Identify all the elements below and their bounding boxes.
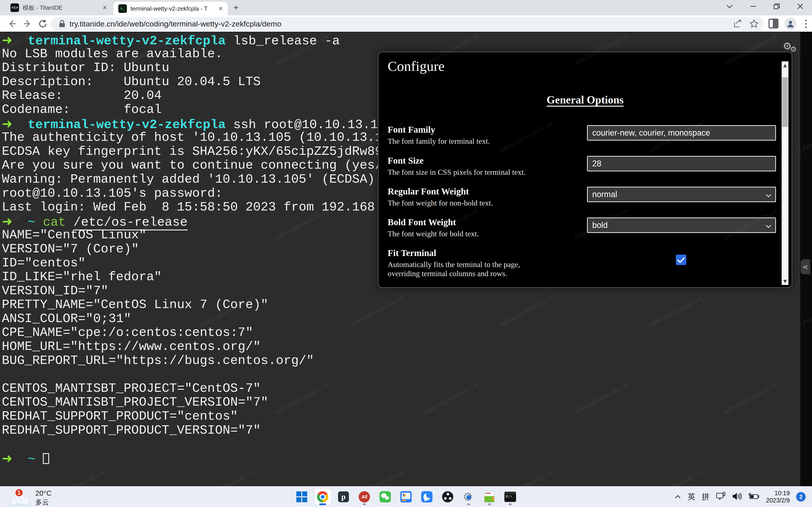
forward-arrow-icon[interactable] bbox=[22, 18, 33, 30]
temperature: 20°C bbox=[35, 489, 52, 498]
terminal-line: Last login: Wed Feb 8 15:58:50 2023 from… bbox=[2, 200, 393, 214]
wechat-icon[interactable] bbox=[379, 488, 391, 506]
terminal-line: The authenticity of host '10.10.13.105 (… bbox=[2, 130, 393, 145]
watermark-text: admin@titanide.cn bbox=[348, 468, 405, 486]
terminal-cursor bbox=[43, 453, 49, 464]
terminal-line: Codename: focal bbox=[2, 103, 393, 117]
bold-font-weight-select[interactable]: bold bbox=[587, 218, 776, 233]
font-size-input[interactable] bbox=[587, 156, 776, 171]
battery-charging-icon[interactable] bbox=[748, 492, 760, 502]
field-description: The font weight for non-bold text. bbox=[388, 199, 582, 208]
back-arrow-icon[interactable] bbox=[6, 18, 18, 30]
taskbar-app-row: p All ⚙ C:\_ bbox=[296, 487, 516, 507]
terminal-line: REDHAT_SUPPORT_PRODUCT_VERSION="7" bbox=[2, 424, 393, 438]
scrollbar-thumb[interactable] bbox=[782, 77, 788, 127]
reload-icon[interactable] bbox=[37, 18, 48, 30]
terminal-line: ➜ ~ cat /etc/os-release bbox=[2, 214, 393, 228]
terminal-line: Warning: Permanently added '10.10.13.105… bbox=[2, 172, 393, 186]
watermark-text: admin@titanide.cn bbox=[572, 381, 629, 415]
close-tab-icon[interactable]: ✕ bbox=[101, 4, 109, 11]
obs-studio-icon[interactable] bbox=[442, 488, 454, 506]
dialog-scrollbar[interactable]: ▲ ▼ bbox=[782, 61, 789, 285]
ime-language-indicator[interactable]: 英 bbox=[688, 492, 695, 502]
all-red-app-icon[interactable]: All bbox=[358, 488, 370, 506]
field-description: Automatically fits the terminal to the p… bbox=[388, 260, 582, 278]
windows-taskbar: 1 20°C 多云 p All ⚙ bbox=[0, 486, 812, 507]
restore-button[interactable] bbox=[765, 0, 789, 13]
clock[interactable]: 10:19 2023/2/9 bbox=[766, 490, 790, 504]
terminal-line: Are you sure you want to continue connec… bbox=[2, 159, 393, 172]
tab-strip: <t> 模板 - TitanIDE ✕ >_ terminal-wetty-v2… bbox=[0, 0, 812, 15]
weather-widget[interactable]: 1 20°C 多云 bbox=[10, 487, 69, 506]
font-family-input[interactable] bbox=[587, 125, 776, 140]
watermark-text: admin@titanide.cn bbox=[498, 293, 554, 328]
watermark-text: admin@titanide.cn bbox=[199, 468, 255, 486]
minimize-button[interactable] bbox=[741, 0, 765, 13]
ime-pinyin-indicator[interactable]: 拼 bbox=[702, 492, 709, 502]
watermark-text: admin@titanide.cn bbox=[647, 468, 704, 486]
scroll-down-icon[interactable]: ▼ bbox=[782, 277, 789, 285]
field-font-family: Font Family The font family for terminal… bbox=[388, 124, 582, 146]
terminal-line: root@10.10.13.105's password: bbox=[2, 186, 393, 201]
terminal-line: Release: 20.04 bbox=[2, 89, 393, 103]
chrome-icon[interactable] bbox=[317, 488, 328, 506]
windows-start-icon[interactable] bbox=[296, 488, 308, 506]
monitor-network-icon[interactable] bbox=[716, 492, 726, 502]
terminal-line: No LSB modules are available. bbox=[2, 47, 393, 61]
side-panel-icon[interactable] bbox=[768, 18, 779, 29]
command-terminal-icon[interactable]: C:\_ bbox=[504, 488, 516, 506]
tab-search-chevron-icon[interactable] bbox=[718, 0, 741, 13]
watermark-text: admin@titanide.cn bbox=[498, 468, 554, 486]
field-label: Font Family bbox=[388, 124, 582, 135]
terminal-page: ➜ terminal-wetty-v2-zekfcpla lsb_release… bbox=[0, 32, 812, 486]
notepad-plus-icon[interactable] bbox=[484, 488, 495, 506]
system-tray: 英 拼 10:19 2023/2/9 2 bbox=[675, 487, 806, 507]
watermark-text: admin@titanide.cn bbox=[722, 381, 778, 415]
bookmark-star-icon[interactable] bbox=[748, 18, 760, 30]
field-label: Fit Terminal bbox=[388, 247, 582, 258]
lock-icon bbox=[59, 20, 65, 28]
address-bar[interactable]: try.titanide.cn/ide/web/coding/terminal-… bbox=[51, 17, 764, 30]
control-panel-app-icon[interactable] bbox=[400, 488, 412, 506]
field-font-size: Font Size The font size in CSS pixels fo… bbox=[388, 155, 582, 177]
terminal-line: ECDSA key fingerprint is SHA256:yKX/65ci… bbox=[2, 145, 393, 159]
url-text: try.titanide.cn/ide/web/coding/terminal-… bbox=[69, 19, 731, 28]
terminal-line: VERSION="7 (Core)" bbox=[2, 242, 393, 256]
terminal-line: ➜ terminal-wetty-v2-zekfcpla ssh root@10… bbox=[2, 117, 393, 131]
field-label: Font Size bbox=[388, 155, 582, 166]
collapsed-side-panel bbox=[800, 32, 812, 486]
share-icon[interactable] bbox=[731, 18, 744, 30]
close-tab-icon[interactable]: ✕ bbox=[217, 5, 224, 12]
field-regular-font-weight: Regular Font Weight The font weight for … bbox=[388, 186, 582, 208]
speaker-volume-icon[interactable] bbox=[732, 492, 742, 502]
p-dark-app-icon[interactable]: p bbox=[338, 488, 349, 506]
chevron-up-icon[interactable] bbox=[675, 494, 681, 500]
dialog-title: Configure bbox=[388, 58, 445, 74]
watermark-text: admin@titanide.cn bbox=[647, 293, 704, 328]
field-description: The font weight for bold text. bbox=[388, 229, 582, 238]
terminal-green-icon: >_ bbox=[118, 4, 127, 13]
terminal-line: Description: Ubuntu 20.04.5 LTS bbox=[2, 75, 393, 89]
settings-gear-icon[interactable]: ⚙ bbox=[463, 488, 474, 506]
gear-pair-icon[interactable]: ⚙⚙ bbox=[783, 40, 798, 52]
terminal-line: NAME="CentOS Linux" bbox=[2, 228, 393, 242]
tab-title: terminal-wetty-v2-zekfcpla - T bbox=[131, 5, 214, 12]
tab-terminal-wetty[interactable]: >_ terminal-wetty-v2-zekfcpla - T ✕ bbox=[113, 2, 228, 15]
tab-titanide-template[interactable]: <t> 模板 - TitanIDE ✕ bbox=[5, 0, 112, 15]
field-description: The font size in CSS pixels for terminal… bbox=[388, 168, 582, 177]
profile-avatar[interactable] bbox=[784, 18, 797, 30]
fit-terminal-checkbox[interactable] bbox=[676, 255, 686, 265]
terminal-line: ID_LIKE="rhel fedora" bbox=[2, 270, 393, 284]
field-label: Regular Font Weight bbox=[388, 186, 582, 197]
panel-expand-handle[interactable]: < bbox=[801, 260, 810, 274]
close-window-button[interactable] bbox=[789, 0, 812, 13]
terminal-line bbox=[2, 368, 393, 382]
dingtalk-icon[interactable] bbox=[421, 488, 433, 506]
scroll-up-icon[interactable]: ▲ bbox=[782, 61, 789, 69]
terminal-line: ID="centos" bbox=[2, 256, 393, 270]
regular-font-weight-select[interactable]: normal bbox=[587, 187, 776, 202]
terminal-line: ➜ ~ bbox=[2, 451, 393, 465]
kebab-menu-icon[interactable] bbox=[802, 18, 810, 30]
new-tab-button[interactable]: + bbox=[232, 3, 241, 12]
notification-center-badge[interactable]: 2 bbox=[796, 492, 806, 502]
